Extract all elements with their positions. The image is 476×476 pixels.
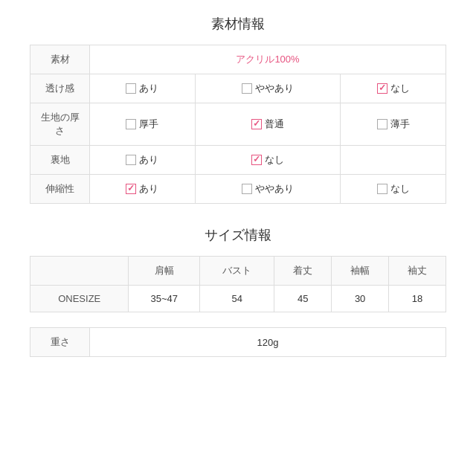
table-row: 裏地 あり なし xyxy=(30,146,446,175)
size-table: 肩幅 バスト 着丈 袖幅 袖丈 ONESIZE 35~47 54 45 30 1… xyxy=(30,256,446,312)
size-bust-value: 54 xyxy=(200,286,274,312)
checkbox-transparency-yayaari xyxy=(242,83,252,94)
row-label-transparency: 透け感 xyxy=(30,74,90,103)
label-stretch-yayaari: ややあり xyxy=(255,182,294,196)
checkbox-thickness-light xyxy=(377,119,387,129)
size-data-row: ONESIZE 35~47 54 45 30 18 xyxy=(30,286,446,312)
label-heavy: 厚手 xyxy=(139,118,158,131)
weight-row: 重さ 120g xyxy=(30,328,446,357)
material-title: 素材情報 xyxy=(30,15,446,33)
label-lining-nashi: なし xyxy=(265,153,284,167)
stretch-yayaari: ややあり xyxy=(195,175,340,204)
label-ari: あり xyxy=(139,82,158,95)
checkbox-transparency-nashi xyxy=(377,83,387,94)
label-yayaari: ややあり xyxy=(255,82,294,95)
checkbox-stretch-yayaari xyxy=(242,184,252,194)
thickness-light: 薄手 xyxy=(341,103,446,146)
lining-empty xyxy=(341,146,446,175)
label-lining-ari: あり xyxy=(139,153,158,167)
size-onesize-label: ONESIZE xyxy=(30,286,129,312)
label-normal: 普通 xyxy=(265,118,284,131)
label-stretch-ari: あり xyxy=(139,182,158,196)
label-stretch-nashi: なし xyxy=(390,182,410,196)
material-value: アクリル100% xyxy=(90,45,446,74)
size-sleeve-length-value: 18 xyxy=(389,286,446,312)
transparency-nashi: なし xyxy=(341,74,446,103)
size-title: サイズ情報 xyxy=(30,226,446,244)
material-table: 素材 アクリル100% 透け感 あり ややあり なし xyxy=(30,45,446,204)
size-col-length: 着丈 xyxy=(274,257,332,286)
checkbox-thickness-normal xyxy=(251,119,262,129)
size-shoulder-value: 35~47 xyxy=(129,286,200,312)
size-col-sleeve-length: 袖丈 xyxy=(389,257,446,286)
thickness-heavy: 厚手 xyxy=(90,103,196,146)
size-header-row: 肩幅 バスト 着丈 袖幅 袖丈 xyxy=(30,257,446,286)
lining-ari: あり xyxy=(90,146,196,175)
weight-value: 120g xyxy=(90,328,446,357)
checkbox-lining-ari xyxy=(126,155,136,165)
row-label-thickness: 生地の厚さ xyxy=(30,103,90,146)
row-label-material: 素材 xyxy=(30,45,90,74)
stretch-ari: あり xyxy=(90,175,196,204)
size-col-shoulder: 肩幅 xyxy=(129,257,200,286)
row-label-lining: 裏地 xyxy=(30,146,90,175)
table-row: 透け感 あり ややあり なし xyxy=(30,74,446,103)
checkbox-lining-nashi xyxy=(251,155,262,165)
transparency-yayaari: ややあり xyxy=(195,74,340,103)
transparency-ari: あり xyxy=(90,74,196,103)
weight-label: 重さ xyxy=(30,328,90,357)
table-row: 生地の厚さ 厚手 普通 薄手 xyxy=(30,103,446,146)
checkbox-transparency-ari xyxy=(126,83,136,94)
size-length-value: 45 xyxy=(274,286,332,312)
stretch-nashi: なし xyxy=(341,175,446,204)
size-col-empty xyxy=(30,257,129,286)
checkbox-stretch-nashi xyxy=(377,184,387,194)
label-nashi: なし xyxy=(390,82,410,95)
checkbox-stretch-ari xyxy=(126,184,136,194)
label-light: 薄手 xyxy=(390,118,410,131)
size-col-bust: バスト xyxy=(200,257,274,286)
size-col-sleeve-width: 袖幅 xyxy=(332,257,389,286)
table-row: 素材 アクリル100% xyxy=(30,45,446,74)
size-sleeve-width-value: 30 xyxy=(332,286,389,312)
weight-table: 重さ 120g xyxy=(30,327,446,357)
checkbox-thickness-heavy xyxy=(126,119,136,129)
table-row: 伸縮性 あり ややあり なし xyxy=(30,175,446,204)
lining-nashi: なし xyxy=(195,146,340,175)
row-label-stretch: 伸縮性 xyxy=(30,175,90,204)
thickness-normal: 普通 xyxy=(195,103,340,146)
